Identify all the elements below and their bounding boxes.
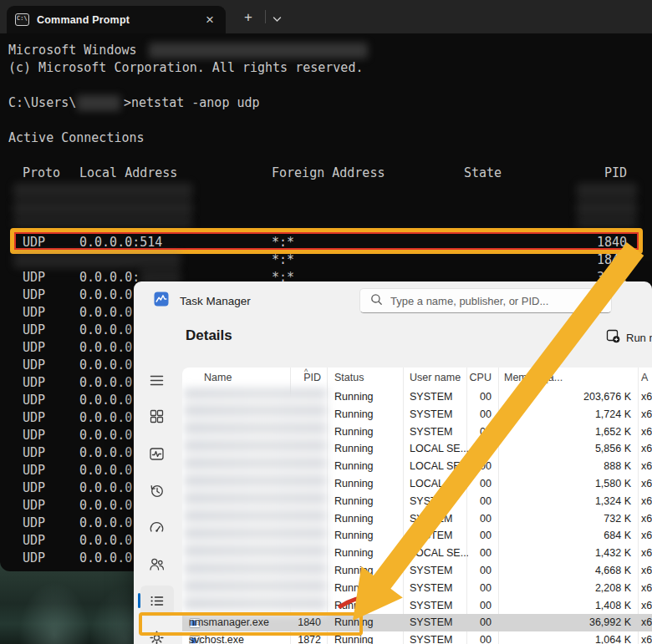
process-arch-cell: x6	[641, 597, 652, 615]
process-arch-cell: x6	[641, 562, 652, 580]
process-memory-cell: 684 K	[512, 527, 631, 545]
task-manager-title: Task Manager	[180, 295, 251, 307]
process-cpu-cell: 00	[450, 580, 492, 597]
process-cpu-cell: 00	[450, 562, 492, 580]
column-header-pid[interactable]: PID	[266, 368, 321, 388]
task-manager-sidebar	[134, 320, 180, 644]
process-memory-cell: 36,992 K	[512, 614, 631, 631]
process-status-cell: Running	[334, 510, 374, 528]
process-arch-cell: x6	[641, 510, 652, 528]
process-memory-cell: 1,432 K	[512, 545, 631, 562]
process-memory-cell: 1,408 K	[512, 597, 631, 615]
sort-ascending-icon: ^	[304, 368, 308, 383]
task-manager-window: Task Manager Type a name, publisher, or …	[134, 281, 652, 644]
process-arch-cell: x6	[641, 580, 652, 597]
process-cpu-cell: 00	[450, 493, 492, 510]
column-header-memory[interactable]: Memory (a...	[504, 368, 563, 388]
process-memory-cell: 5,856 K	[512, 440, 631, 458]
menu-icon[interactable]	[149, 373, 165, 388]
process-cpu-cell: 00	[450, 597, 492, 615]
tab-title: Command Prompt	[37, 14, 195, 26]
process-status-cell: Running	[334, 440, 374, 458]
process-arch-cell: x6	[641, 545, 652, 562]
process-cpu-cell: 00	[450, 631, 492, 644]
page-title: Details	[186, 327, 232, 344]
redacted-process-names	[184, 389, 327, 614]
task-manager-app-icon	[154, 292, 169, 310]
process-memory-cell: 203,676 K	[512, 388, 631, 406]
sidebar-item-processes-icon[interactable]	[149, 408, 165, 424]
terminal-command: >netstat -anop udp	[124, 94, 260, 112]
redacted-block	[577, 218, 637, 227]
sidebar-item-performance-icon[interactable]	[149, 446, 165, 462]
process-arch-cell: x6	[641, 406, 652, 423]
process-highlight-box	[139, 612, 363, 636]
process-arch-cell: x6	[641, 527, 652, 545]
process-status-cell: Running	[334, 545, 374, 562]
process-status-cell: Running	[334, 580, 374, 597]
process-memory-cell: 1,324 K	[512, 493, 631, 510]
process-cpu-cell: 00	[450, 458, 492, 475]
process-status-cell: Running	[334, 423, 374, 441]
process-arch-cell: x6	[641, 614, 652, 631]
run-new-task-icon	[606, 329, 620, 346]
task-manager-titlebar: Task Manager Type a name, publisher, or …	[134, 281, 652, 320]
sidebar-item-app-history-icon[interactable]	[149, 483, 165, 499]
sidebar-selected-indicator	[138, 593, 140, 608]
process-cpu-cell: 00	[450, 440, 492, 458]
tab-dropdown-chevron-icon[interactable]	[273, 12, 282, 27]
column-header-status[interactable]: Status	[334, 368, 364, 388]
process-cpu-cell: 00	[450, 527, 492, 545]
redacted-block	[577, 183, 637, 199]
search-icon	[370, 293, 383, 309]
terminal-copyright-line: (c) Microsoft Corporation. All rights re…	[8, 59, 363, 77]
netstat-header-row: Proto Local Address Foreign Address Stat…	[0, 165, 652, 182]
process-memory-cell: 732 K	[512, 510, 631, 528]
details-table: Name PID ^ Status User name CPU Memory (…	[182, 368, 652, 644]
process-status-cell: Running	[334, 388, 374, 406]
process-cpu-cell: 00	[450, 423, 492, 441]
terminal-tab-command-prompt[interactable]: C:\ Command Prompt ×	[7, 6, 226, 33]
redacted-block	[13, 218, 192, 227]
column-header-cpu[interactable]: CPU	[450, 368, 492, 388]
active-connections-title: Active Connections	[8, 129, 145, 147]
process-cpu-cell: 00	[450, 510, 492, 528]
process-status-cell: Running	[334, 527, 374, 545]
process-memory-cell: 888 K	[512, 458, 631, 475]
process-arch-cell: x6	[641, 493, 652, 510]
redacted-block	[577, 200, 637, 216]
redacted-block	[13, 200, 192, 216]
process-arch-cell: x6	[641, 388, 652, 406]
process-status-cell: Running	[334, 493, 374, 510]
process-cpu-cell: 00	[450, 388, 492, 406]
column-header-name[interactable]: Name	[204, 368, 232, 388]
run-new-task-button[interactable]: Run new task	[606, 329, 652, 346]
sidebar-item-startup-apps-icon[interactable]	[149, 520, 165, 535]
process-arch-cell: x6	[641, 458, 652, 475]
tab-close-icon[interactable]: ×	[202, 13, 217, 27]
process-cpu-cell: 00	[450, 475, 492, 493]
new-tab-button[interactable]: +	[237, 8, 259, 28]
terminal-banner-line: Microsoft Windows	[8, 42, 137, 59]
sidebar-item-users-icon[interactable]	[149, 556, 165, 572]
process-memory-cell: 4,668 K	[512, 562, 631, 580]
search-input[interactable]: Type a name, publisher, or PID...	[359, 288, 612, 313]
tab-bar-divider	[265, 10, 266, 23]
process-memory-cell: 1,724 K	[512, 406, 631, 423]
redacted-username	[77, 95, 120, 111]
search-placeholder: Type a name, publisher, or PID...	[390, 295, 548, 307]
process-memory-cell: 1,580 K	[512, 475, 631, 493]
netstat-row-udp-514: UDP 0.0.0.0:514 *:* 1840	[0, 234, 652, 251]
terminal-tab-bar: C:\ Command Prompt × +	[0, 0, 652, 33]
sidebar-item-details-icon[interactable]	[149, 593, 165, 609]
process-memory-cell: 2,208 K	[512, 580, 631, 597]
process-arch-cell: x6	[641, 423, 652, 441]
process-cpu-cell: 00	[450, 406, 492, 423]
column-header-architecture[interactable]: A	[641, 368, 648, 388]
process-memory-cell: 1,064 K	[512, 631, 631, 644]
process-status-cell: Running	[334, 458, 374, 475]
redacted-block	[13, 252, 181, 268]
screen: C:\ Command Prompt × + Microsoft Windows…	[0, 0, 652, 644]
process-status-cell: Running	[334, 475, 374, 493]
terminal-prompt-line: C:\Users\	[8, 94, 76, 112]
